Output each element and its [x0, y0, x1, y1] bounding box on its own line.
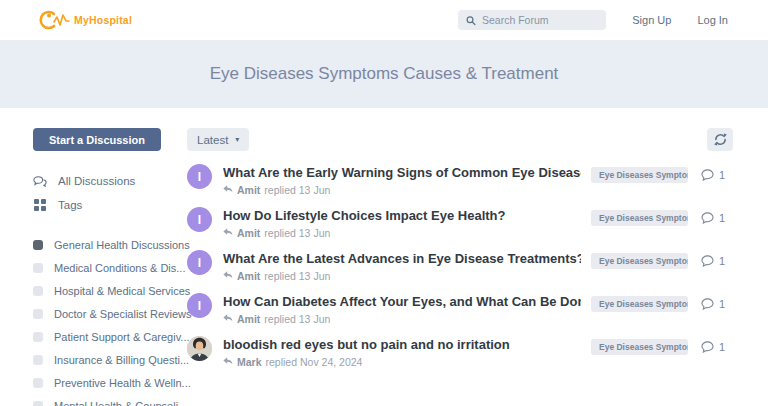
- comment-count-value: 1: [719, 255, 725, 267]
- discussion-title[interactable]: bloodish red eyes but no pain and no irr…: [223, 337, 581, 353]
- avatar[interactable]: I: [187, 207, 212, 232]
- replier-name[interactable]: Amit: [237, 227, 260, 239]
- discussion-body: bloodish red eyes but no pain and no irr…: [223, 336, 581, 368]
- replier-name[interactable]: Mark: [237, 356, 262, 368]
- comment-bubble-icon: [701, 212, 714, 224]
- discussion-row-right: Eye Diseases Symptoms Causes 1: [591, 336, 733, 355]
- chevron-down-icon: ▾: [235, 135, 239, 144]
- tag-badge[interactable]: Eye Diseases Symptoms Causes: [591, 210, 688, 226]
- discussion-row-right: Eye Diseases Symptoms Causes 1: [591, 164, 733, 183]
- refresh-icon: [714, 133, 727, 146]
- tag-color-swatch: [33, 240, 43, 250]
- comment-bubble-icon: [701, 298, 714, 310]
- tag-color-swatch: [33, 401, 43, 406]
- reply-time: replied 13 Jun: [264, 313, 330, 325]
- search-input[interactable]: [482, 14, 598, 26]
- sidebar-item-all-discussions[interactable]: All Discussions: [33, 169, 185, 193]
- avatar[interactable]: I: [187, 164, 212, 189]
- logo-text: MyHospital: [74, 14, 132, 26]
- comment-count[interactable]: 1: [701, 212, 733, 224]
- sidebar-tag-item[interactable]: Doctor & Specialist Reviews: [33, 302, 185, 325]
- reply-time: replied 13 Jun: [264, 227, 330, 239]
- sidebar-tag-item[interactable]: Patient Support & Caregiv...: [33, 325, 185, 348]
- sort-dropdown[interactable]: Latest ▾: [187, 128, 249, 151]
- top-header: MyHospital Sign Up Log In: [0, 0, 768, 40]
- reply-icon: [223, 228, 233, 237]
- replier-name[interactable]: Amit: [237, 270, 260, 282]
- replier-name[interactable]: Amit: [237, 313, 260, 325]
- discussion-title[interactable]: How Can Diabetes Affect Your Eyes, and W…: [223, 294, 581, 310]
- tag-label: Mental Health & Counseli...: [54, 400, 187, 406]
- tag-color-swatch: [33, 378, 43, 388]
- tag-label: General Health Discussions: [54, 239, 190, 251]
- tag-label: Medical Conditions & Dis...: [54, 262, 185, 274]
- discussion-row[interactable]: I What Are the Early Warning Signs of Co…: [187, 164, 733, 207]
- tag-badge[interactable]: Eye Diseases Symptoms Causes: [591, 339, 688, 355]
- site-logo[interactable]: MyHospital: [38, 8, 132, 32]
- sidebar-item-label: All Discussions: [58, 175, 135, 187]
- reply-icon: [223, 357, 233, 366]
- start-discussion-button[interactable]: Start a Discussion: [33, 128, 161, 151]
- comment-count[interactable]: 1: [701, 341, 733, 353]
- discussion-row[interactable]: bloodish red eyes but no pain and no irr…: [187, 336, 733, 379]
- discussion-list: I What Are the Early Warning Signs of Co…: [187, 164, 733, 379]
- log-in-link[interactable]: Log In: [697, 14, 728, 26]
- avatar-letter: I: [198, 170, 201, 184]
- discussion-row-right: Eye Diseases Symptoms Causes 1: [591, 207, 733, 226]
- discussion-title[interactable]: How Do Lifestyle Choices Impact Eye Heal…: [223, 208, 581, 224]
- discussion-row-right: Eye Diseases Symptoms Causes 1: [591, 293, 733, 312]
- comment-count-value: 1: [719, 341, 725, 353]
- discussion-meta: Amit replied 13 Jun: [223, 313, 581, 325]
- avatar[interactable]: I: [187, 293, 212, 318]
- tag-badge[interactable]: Eye Diseases Symptoms Causes: [591, 296, 688, 312]
- sort-label: Latest: [197, 134, 228, 146]
- grid-icon: [33, 199, 47, 211]
- tag-label: Preventive Health & Welln...: [54, 377, 191, 389]
- discussion-body: How Can Diabetes Affect Your Eyes, and W…: [223, 293, 581, 325]
- sidebar-tag-item[interactable]: Hospital & Medical Services: [33, 279, 185, 302]
- sidebar-tag-item[interactable]: Insurance & Billing Questi...: [33, 348, 185, 371]
- discussion-body: How Do Lifestyle Choices Impact Eye Heal…: [223, 207, 581, 239]
- tag-color-swatch: [33, 332, 43, 342]
- avatar-letter: I: [198, 213, 201, 227]
- tag-badge[interactable]: Eye Diseases Symptoms Causes: [591, 167, 688, 183]
- search-forum-box[interactable]: [458, 10, 606, 30]
- reply-time: replied Nov 24, 2024: [266, 356, 363, 368]
- comment-count[interactable]: 1: [701, 169, 733, 181]
- list-toolbar: Latest ▾: [187, 128, 733, 151]
- comment-count-value: 1: [719, 298, 725, 310]
- tag-label: Insurance & Billing Questi...: [54, 354, 189, 366]
- sidebar-item-tags[interactable]: Tags: [33, 193, 185, 217]
- sidebar-tag-item[interactable]: Preventive Health & Welln...: [33, 371, 185, 394]
- discussion-row[interactable]: I How Do Lifestyle Choices Impact Eye He…: [187, 207, 733, 250]
- discussion-row[interactable]: I How Can Diabetes Affect Your Eyes, and…: [187, 293, 733, 336]
- discussion-body: What Are the Latest Advances in Eye Dise…: [223, 250, 581, 282]
- reply-time: replied 13 Jun: [264, 184, 330, 196]
- discussion-row[interactable]: I What Are the Latest Advances in Eye Di…: [187, 250, 733, 293]
- refresh-button[interactable]: [707, 128, 733, 151]
- comment-bubble-icon: [701, 341, 714, 353]
- avatar-letter: I: [198, 299, 201, 313]
- comment-bubble-icon: [701, 169, 714, 181]
- avatar[interactable]: I: [187, 250, 212, 275]
- sidebar-tag-item[interactable]: General Health Discussions: [33, 233, 185, 256]
- comment-count-value: 1: [719, 212, 725, 224]
- tag-badge[interactable]: Eye Diseases Symptoms Causes: [591, 253, 688, 269]
- discussion-title[interactable]: What Are the Early Warning Signs of Comm…: [223, 165, 581, 181]
- discussion-panel: Latest ▾ I: [187, 128, 733, 379]
- replier-name[interactable]: Amit: [237, 184, 260, 196]
- sidebar-tag-item[interactable]: Medical Conditions & Dis...: [33, 256, 185, 279]
- comment-count-value: 1: [719, 169, 725, 181]
- sidebar-tag-item[interactable]: Mental Health & Counseli...: [33, 394, 185, 406]
- user-photo-avatar[interactable]: [187, 336, 212, 361]
- discussion-meta: Mark replied Nov 24, 2024: [223, 356, 581, 368]
- avatar-letter: I: [198, 256, 201, 270]
- comment-count[interactable]: 1: [701, 255, 733, 267]
- tag-color-swatch: [33, 355, 43, 365]
- comment-bubble-icon: [701, 255, 714, 267]
- sidebar-item-label: Tags: [58, 199, 82, 211]
- sidebar-tag-list: General Health Discussions Medical Condi…: [33, 233, 185, 406]
- comment-count[interactable]: 1: [701, 298, 733, 310]
- discussion-title[interactable]: What Are the Latest Advances in Eye Dise…: [223, 251, 581, 267]
- sign-up-link[interactable]: Sign Up: [632, 14, 671, 26]
